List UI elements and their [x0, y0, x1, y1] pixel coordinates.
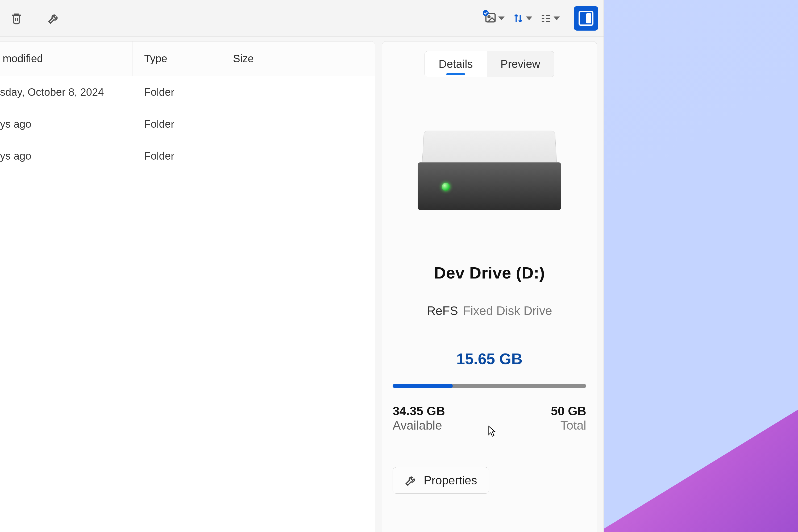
column-headers: modified Type Size	[0, 41, 375, 76]
tab-preview[interactable]: Preview	[487, 51, 554, 77]
cell-type: Folder	[144, 118, 174, 130]
sort-arrows-icon	[512, 12, 524, 24]
column-header-label: Size	[233, 53, 254, 65]
drive-type-label: Fixed Disk Drive	[463, 304, 552, 318]
tab-details[interactable]: Details	[425, 51, 487, 77]
used-space: 15.65 GB	[456, 350, 522, 367]
table-row[interactable]: sday, October 8, 2024 Folder	[0, 76, 375, 108]
explorer-window: modified Type Size sday, October 8, 2024…	[0, 0, 604, 532]
cell-modified: sday, October 8, 2024	[0, 86, 104, 98]
capacity-stats: 34.35 GB Available 50 GB Total	[393, 404, 586, 433]
total-label: Total	[551, 418, 586, 433]
details-pane-toggle[interactable]	[574, 6, 598, 31]
cell-modified: ys ago	[0, 150, 32, 162]
toolbar	[0, 0, 604, 37]
chevron-down-icon	[554, 17, 560, 20]
wrench-icon	[404, 474, 417, 487]
chevron-down-icon	[498, 17, 505, 20]
delete-button[interactable]	[8, 11, 24, 26]
table-row[interactable]: ys ago Folder	[0, 140, 375, 172]
cell-modified: ys ago	[0, 118, 32, 130]
column-header-label: Type	[144, 53, 167, 65]
total-value: 50 GB	[551, 404, 586, 418]
chevron-down-icon	[526, 17, 532, 20]
check-badge-icon	[483, 10, 489, 16]
drive-name: Dev Drive (D:)	[434, 263, 545, 282]
properties-button[interactable]: Properties	[393, 467, 489, 494]
column-header-label: modified	[0, 53, 43, 65]
column-header-size[interactable]: Size	[221, 41, 322, 76]
view-dropdown[interactable]	[540, 12, 560, 24]
cell-type: Folder	[144, 86, 174, 98]
cell-type: Folder	[144, 150, 174, 162]
properties-button[interactable]	[46, 11, 62, 26]
button-label: Properties	[424, 474, 477, 487]
capacity-progress	[393, 384, 586, 388]
sort-dropdown[interactable]	[512, 12, 532, 24]
table-row[interactable]: ys ago Folder	[0, 108, 375, 140]
file-list-pane: modified Type Size sday, October 8, 2024…	[0, 41, 375, 532]
available-value: 34.35 GB	[393, 404, 445, 418]
thumbnails-dropdown[interactable]	[484, 12, 505, 25]
pane-icon	[578, 11, 593, 26]
drive-subtitle: ReFS Fixed Disk Drive	[427, 304, 552, 318]
drive-illustration	[415, 130, 564, 210]
available-label: Available	[393, 418, 445, 433]
tab-label: Details	[439, 58, 473, 70]
drive-led-icon	[442, 183, 450, 191]
wrench-icon	[48, 12, 60, 25]
column-header-modified[interactable]: modified	[0, 41, 132, 76]
filesystem-label: ReFS	[427, 304, 458, 318]
details-tabs: Details Preview	[424, 51, 554, 77]
details-pane: Details Preview Dev Drive (D:) ReFS Fixe…	[382, 41, 597, 532]
capacity-bar	[393, 384, 453, 388]
trash-icon	[10, 12, 23, 25]
view-list-icon	[540, 12, 552, 24]
tab-label: Preview	[500, 58, 540, 70]
column-header-type[interactable]: Type	[132, 41, 221, 76]
desktop-accent	[598, 410, 798, 532]
image-badge-icon	[484, 12, 497, 25]
svg-point-1	[488, 16, 490, 18]
